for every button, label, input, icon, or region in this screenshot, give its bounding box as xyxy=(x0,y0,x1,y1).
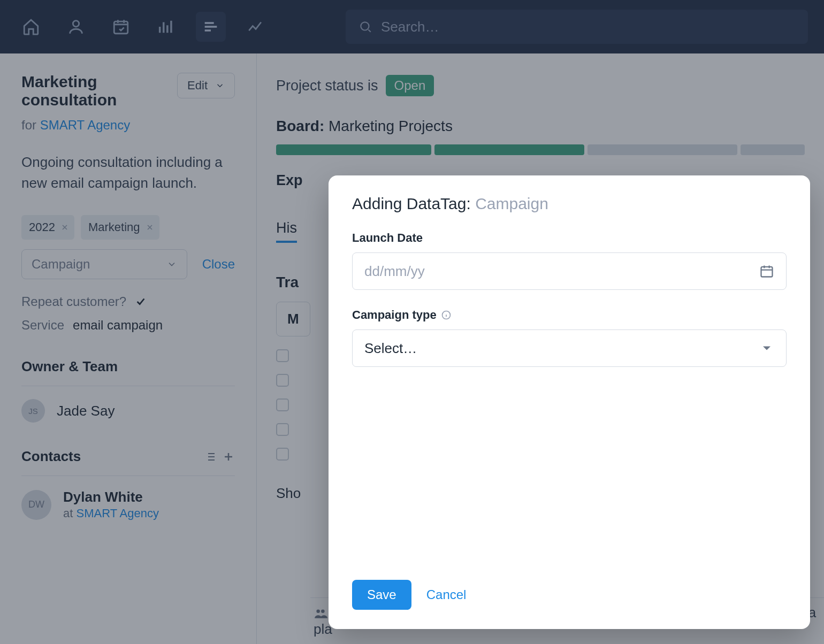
launch-date-input[interactable]: dd/mm/yy xyxy=(352,252,787,290)
caret-down-icon xyxy=(759,341,774,356)
launch-date-label: Launch Date xyxy=(352,231,787,245)
campaign-type-label-text: Campaign type xyxy=(352,308,437,322)
info-icon[interactable] xyxy=(441,310,452,320)
launch-date-placeholder: dd/mm/yy xyxy=(364,263,425,280)
modal-title: Adding DataTag: Campaign xyxy=(352,195,787,213)
svg-rect-5 xyxy=(761,267,773,277)
calendar-icon[interactable] xyxy=(759,264,774,279)
datatag-modal: Adding DataTag: Campaign Launch Date dd/… xyxy=(329,175,810,629)
campaign-type-placeholder: Select… xyxy=(364,340,417,357)
modal-footer: Save Cancel xyxy=(352,580,787,610)
save-button[interactable]: Save xyxy=(352,580,411,610)
campaign-type-label: Campaign type xyxy=(352,308,787,322)
campaign-type-select[interactable]: Select… xyxy=(352,329,787,367)
modal-title-prefix: Adding DataTag: xyxy=(352,195,475,212)
cancel-button[interactable]: Cancel xyxy=(426,587,467,602)
modal-title-value: Campaign xyxy=(475,195,548,212)
